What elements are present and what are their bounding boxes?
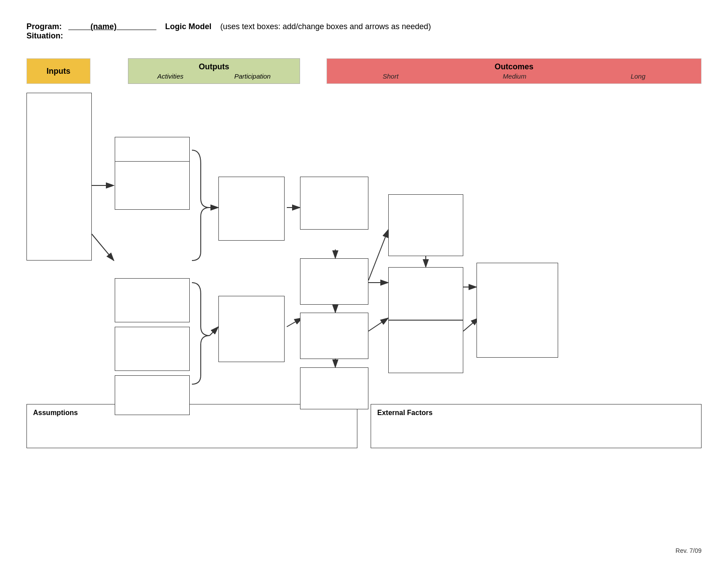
revision-label: Rev. 7/09	[675, 547, 702, 554]
external-factors-box[interactable]: External Factors	[371, 404, 702, 448]
outputs-activities: Activities	[158, 72, 184, 80]
short-outcome-4[interactable]	[300, 367, 368, 409]
spacer2	[300, 58, 326, 84]
medium-outcome-3[interactable]	[388, 320, 463, 373]
arrow-short2-to-med1	[368, 230, 388, 280]
external-factors-title: External Factors	[377, 409, 695, 417]
spacer1	[90, 58, 128, 84]
arrow-short3-to-med2	[368, 318, 388, 331]
assumptions-box[interactable]: Assumptions	[26, 404, 357, 448]
outcomes-title: Outcomes	[495, 62, 533, 72]
diagram	[26, 93, 702, 393]
participation-box-1[interactable]	[218, 177, 285, 241]
assumptions-title: Assumptions	[33, 409, 351, 417]
short-outcome-3[interactable]	[300, 313, 368, 359]
header-subtitle: (uses text boxes: add/change boxes and a…	[220, 22, 431, 31]
long-outcome[interactable]	[477, 263, 558, 358]
short-outcome-1[interactable]	[300, 177, 368, 230]
header-line1: Program: _____(name)_________ Logic Mode…	[26, 22, 702, 31]
outcomes-medium: Medium	[503, 72, 526, 80]
outcomes-short: Short	[383, 72, 398, 80]
short-outcome-2[interactable]	[300, 258, 368, 305]
outcomes-long: Long	[630, 72, 645, 80]
program-label: Program:	[26, 22, 62, 31]
inputs-header: Inputs	[26, 58, 90, 84]
outputs-header: Outputs Activities Participation	[128, 58, 300, 84]
outcomes-header: Outcomes Short Medium Long	[326, 58, 702, 84]
outputs-participation: Participation	[234, 72, 271, 80]
medium-outcome-2[interactable]	[388, 267, 463, 320]
arrow-inputs-to-act2	[92, 234, 114, 261]
brace-bottom	[192, 283, 210, 384]
activities-box-5[interactable]	[115, 375, 190, 415]
outputs-subtitle: Activities Participation	[132, 72, 296, 80]
program-name: _____(name)_________	[68, 22, 156, 31]
participation-box-2[interactable]	[218, 296, 285, 362]
activities-box-2[interactable]	[115, 161, 190, 210]
column-headers: Inputs Outputs Activities Participation …	[26, 58, 702, 84]
situation-label: Situation:	[26, 31, 702, 41]
outcomes-subtitle: Short Medium Long	[330, 72, 698, 80]
activities-box-3[interactable]	[115, 278, 190, 322]
medium-outcome-1[interactable]	[388, 194, 463, 256]
outputs-title: Outputs	[199, 62, 229, 72]
page: Program: _____(name)_________ Logic Mode…	[0, 0, 728, 563]
brace-top	[192, 150, 210, 261]
arrow-brace-bottom-to-participation2	[210, 327, 218, 336]
header: Program: _____(name)_________ Logic Mode…	[26, 22, 702, 41]
logic-model-label: Logic Model	[165, 22, 211, 31]
inputs-box[interactable]	[26, 93, 92, 261]
activities-box-4[interactable]	[115, 327, 190, 371]
